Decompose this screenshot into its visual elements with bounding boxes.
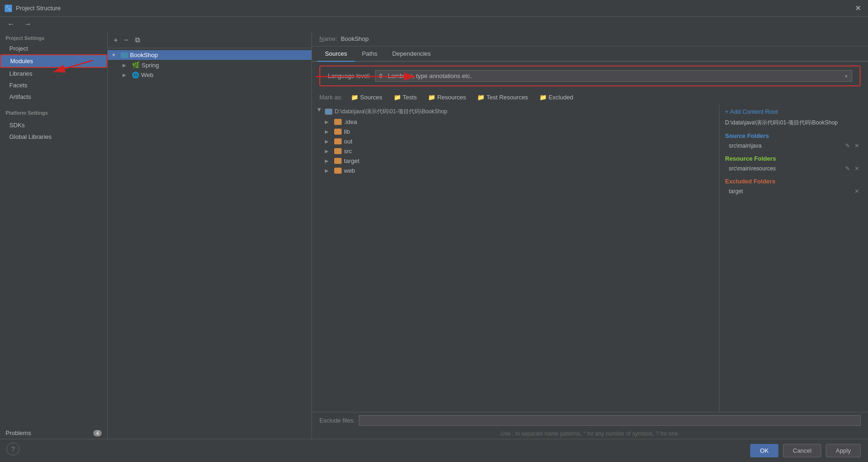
ftree-web-label: web xyxy=(344,167,355,174)
ftree-out-label: out xyxy=(344,138,352,145)
edit-source-folder-button[interactable]: ✎ xyxy=(844,142,851,150)
ftree-src-arrow: ▶ xyxy=(325,149,332,154)
sidebar-item-modules[interactable]: Modules xyxy=(0,54,107,68)
spring-icon: 🌿 xyxy=(132,61,140,69)
ftree-lib[interactable]: ▶ lib xyxy=(312,127,719,137)
web-icon: 🌐 xyxy=(132,72,139,78)
edit-resource-folder-button[interactable]: ✎ xyxy=(844,165,851,172)
add-module-button[interactable]: + xyxy=(111,35,120,45)
problems-badge: 4 xyxy=(93,430,102,436)
copy-module-button[interactable]: ⧉ xyxy=(133,35,143,45)
exclude-files-label: Exclude files: xyxy=(319,417,355,424)
title-bar-left: 🔧 Project Structure xyxy=(5,5,61,12)
tree-arrow-web: ▶ xyxy=(123,72,130,78)
sidebar-item-libraries[interactable]: Libraries xyxy=(0,68,107,79)
back-button[interactable]: ← xyxy=(5,19,18,29)
exclude-files-input[interactable] xyxy=(359,415,861,426)
content-root-path: D:\data\java\演示代码\01-项目代码\BookShop xyxy=(725,119,862,127)
mark-as-label: Mark as: xyxy=(319,94,343,101)
module-name-value: BookShop xyxy=(341,35,861,42)
ftree-idea-arrow: ▶ xyxy=(325,119,332,124)
excluded-folder-actions: ✕ xyxy=(853,188,861,195)
ftree-src[interactable]: ▶ src xyxy=(312,146,719,156)
tree-item-web-label: Web xyxy=(141,72,154,78)
tree-toolbar: + − ⧉ xyxy=(108,32,311,48)
tree-item-spring[interactable]: ▶ 🌿 Spring xyxy=(108,60,311,70)
module-icon xyxy=(121,52,128,58)
apply-button[interactable]: Apply xyxy=(826,444,861,457)
main-body: Project Settings Project Modules Librari… xyxy=(0,32,868,439)
language-level-select[interactable]: 8 - Lambdas, type annotations etc. 3 - E… xyxy=(375,70,852,82)
tab-dependencies[interactable]: Dependencies xyxy=(385,46,438,62)
source-folder-row: src\main\java ✎ ✕ xyxy=(725,141,862,150)
excluded-folder-row: target ✕ xyxy=(725,187,862,196)
content-split: ▶ D:\data\java\演示代码\01-项目代码\BookShop ▶ xyxy=(312,104,868,412)
mark-sources-button[interactable]: 📁 Sources xyxy=(348,93,385,102)
sidebar-item-sdks[interactable]: SDKs xyxy=(0,119,107,131)
mark-excluded-button[interactable]: 📁 Excluded xyxy=(537,93,576,102)
ftree-idea[interactable]: ▶ .idea xyxy=(312,117,719,127)
tabs-row: Sources Paths Dependencies xyxy=(312,46,868,62)
tree-item-spring-label: Spring xyxy=(142,62,159,69)
remove-excluded-folder-button[interactable]: ✕ xyxy=(853,188,861,195)
ftree-root-label: D:\data\java\演示代码\01-项目代码\BookShop xyxy=(335,108,447,116)
ftree-web[interactable]: ▶ web xyxy=(312,166,719,176)
resource-folders-title: Resource Folders xyxy=(725,155,862,162)
ftree-web-arrow: ▶ xyxy=(325,168,332,173)
target-folder-icon xyxy=(334,158,342,164)
remove-resource-folder-button[interactable]: ✕ xyxy=(853,165,861,172)
sidebar-item-artifacts[interactable]: Artifacts xyxy=(0,91,107,103)
nav-bar: ← → xyxy=(0,17,868,32)
test-resources-folder-icon: 📁 xyxy=(477,94,485,101)
ftree-lib-arrow: ▶ xyxy=(325,129,332,134)
ftree-target[interactable]: ▶ target xyxy=(312,156,719,166)
mark-tests-button[interactable]: 📁 Tests xyxy=(391,93,420,102)
tests-folder-icon: 📁 xyxy=(394,94,401,101)
sources-content: Language level: 8 - Lambdas, type annota… xyxy=(312,62,868,439)
module-tree-panel: + − ⧉ ▼ BookShop ▶ 🌿 S xyxy=(108,32,312,439)
tree-item-bookshop[interactable]: ▼ BookShop xyxy=(108,50,311,60)
sidebar-item-project[interactable]: Project xyxy=(0,43,107,54)
dialog-title: Project Structure xyxy=(16,5,61,12)
excluded-folder-icon: 📁 xyxy=(539,94,547,101)
resource-folder-path: src\main\resources xyxy=(729,165,776,172)
exclude-files-row: Exclude files: xyxy=(312,412,868,429)
app-icon: 🔧 xyxy=(5,5,12,12)
close-button[interactable]: ✕ xyxy=(852,3,863,14)
language-level-select-wrapper: 8 - Lambdas, type annotations etc. 3 - E… xyxy=(375,70,852,82)
resource-folder-row: src\main\resources ✎ ✕ xyxy=(725,164,862,173)
ftree-root[interactable]: ▶ D:\data\java\演示代码\01-项目代码\BookShop xyxy=(312,106,719,117)
web-folder-icon xyxy=(334,168,342,174)
mark-test-resources-button[interactable]: 📁 Test Resources xyxy=(474,93,531,102)
remove-module-button[interactable]: − xyxy=(122,35,131,45)
ok-button[interactable]: OK xyxy=(750,444,778,457)
tab-paths[interactable]: Paths xyxy=(355,46,385,62)
sidebar-item-global-libraries[interactable]: Global Libraries xyxy=(0,131,107,143)
name-label: Name: xyxy=(319,35,337,42)
mark-as-row: Mark as: 📁 Sources 📁 Tests 📁 Resources xyxy=(312,90,868,104)
forward-button[interactable]: → xyxy=(21,19,34,29)
tree-item-bookshop-label: BookShop xyxy=(130,52,158,59)
ftree-target-arrow: ▶ xyxy=(325,158,332,163)
remove-source-folder-button[interactable]: ✕ xyxy=(853,142,861,150)
title-bar: 🔧 Project Structure ✕ xyxy=(0,0,868,17)
info-panel: + Add Content Root D:\data\java\演示代码\01-… xyxy=(719,104,868,412)
cancel-button[interactable]: Cancel xyxy=(783,444,821,457)
ftree-idea-label: .idea xyxy=(344,118,357,125)
help-button[interactable]: ? xyxy=(6,442,19,455)
tab-sources[interactable]: Sources xyxy=(317,46,355,62)
mark-resources-button[interactable]: 📁 Resources xyxy=(425,93,469,102)
ftree-out[interactable]: ▶ out xyxy=(312,137,719,146)
language-level-row: Language level: 8 - Lambdas, type annota… xyxy=(319,65,861,86)
sidebar-item-facets[interactable]: Facets xyxy=(0,79,107,91)
add-content-root-button[interactable]: + Add Content Root xyxy=(725,108,862,115)
sources-folder-icon: 📁 xyxy=(351,94,358,101)
ftree-out-arrow: ▶ xyxy=(325,139,332,144)
ftree-lib-label: lib xyxy=(344,128,350,135)
project-settings-label: Project Settings xyxy=(0,32,107,43)
sidebar-item-problems[interactable]: Problems 4 xyxy=(0,427,107,439)
tree-item-web[interactable]: ▶ 🌐 Web xyxy=(108,70,311,80)
language-level-label: Language level: xyxy=(328,72,370,79)
folder-tree: ▶ D:\data\java\演示代码\01-项目代码\BookShop ▶ xyxy=(312,104,719,412)
bottom-bar: OK Cancel Apply xyxy=(0,439,868,462)
